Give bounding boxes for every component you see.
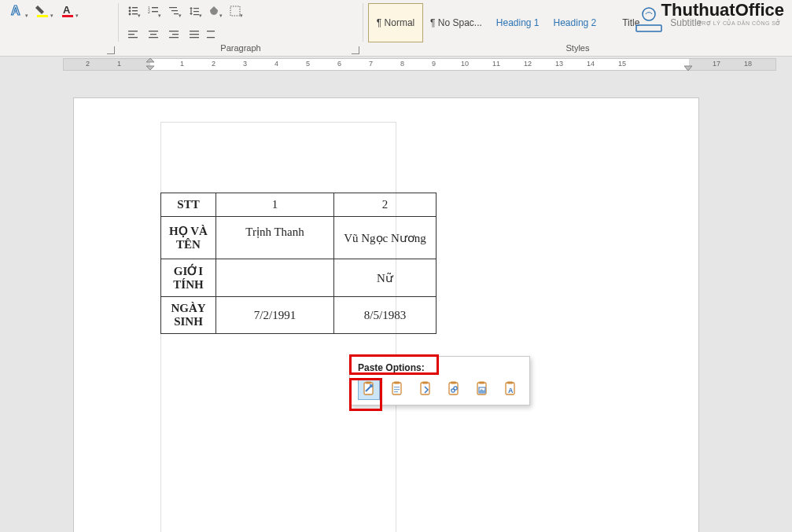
ruler-tick: 1 [117, 60, 121, 68]
style-heading1[interactable]: Heading 1 [489, 3, 547, 42]
paragraph-group: 12 [119, 0, 363, 56]
align-right-button[interactable] [164, 25, 183, 44]
table-row[interactable]: NGÀY SINH 7/2/1991 8/5/1983 [161, 297, 437, 334]
cell[interactable]: 8/5/1983 [334, 297, 437, 334]
cell[interactable]: 7/2/1991 [216, 297, 334, 334]
ruler-tick: 12 [524, 60, 532, 68]
style-no-spacing[interactable]: ¶ No Spac... [423, 3, 489, 42]
align-left-button[interactable] [123, 25, 142, 44]
ruler-tick: 2 [86, 60, 90, 68]
cell[interactable]: 1 [216, 193, 334, 217]
dialog-launcher-icon[interactable] [107, 46, 115, 54]
dialog-launcher-icon[interactable] [352, 46, 359, 54]
ruler-tick: 18 [744, 60, 752, 68]
style-normal[interactable]: ¶ Normal [368, 3, 423, 42]
bullets-button[interactable] [123, 2, 142, 20]
table-row[interactable]: GIỚI TÍNH Nữ [161, 259, 437, 297]
align-center-button[interactable] [144, 25, 163, 44]
shading-button[interactable] [205, 2, 224, 20]
svg-rect-36 [207, 37, 215, 38]
paste-text-only-button[interactable]: A [499, 378, 521, 400]
paragraph-spacing-button[interactable] [205, 25, 216, 44]
svg-rect-33 [190, 34, 199, 35]
text-effects-button[interactable]: A [5, 2, 30, 20]
svg-point-6 [129, 10, 131, 13]
svg-text:A: A [63, 4, 71, 16]
svg-rect-24 [128, 34, 134, 35]
cell[interactable]: Trịnh Thanh [216, 217, 334, 259]
justify-button[interactable] [185, 25, 204, 44]
svg-rect-45 [394, 382, 400, 384]
svg-rect-18 [193, 8, 199, 9]
ruler-tick: 6 [337, 60, 341, 68]
paste-options-title: Paste Options: [355, 360, 525, 378]
cell[interactable]: 2 [334, 193, 437, 217]
svg-rect-11 [152, 7, 158, 8]
svg-marker-40 [146, 66, 154, 70]
paste-merge-formatting-button[interactable] [386, 378, 408, 400]
svg-rect-1 [37, 15, 48, 17]
style-heading2[interactable]: Heading 2 [547, 3, 604, 42]
svg-marker-39 [146, 58, 154, 62]
document-page[interactable]: STT 1 2 HỌ VÀ TÊN Trịnh Thanh Vũ Ngọc Nư… [73, 97, 699, 532]
cell[interactable]: Nữ [334, 259, 437, 297]
cell[interactable]: Vũ Ngọc Nương [334, 217, 437, 259]
ruler-tick: 5 [306, 60, 310, 68]
ruler-tick: 13 [555, 60, 563, 68]
svg-rect-32 [190, 31, 199, 31]
line-spacing-button[interactable] [185, 2, 204, 20]
font-color-button[interactable]: A [55, 2, 80, 20]
svg-point-8 [129, 13, 131, 16]
paste-link-button[interactable] [443, 378, 465, 400]
svg-text:2: 2 [148, 9, 150, 14]
paste-picture-button[interactable] [471, 378, 493, 400]
svg-rect-29 [169, 31, 179, 31]
svg-text:A: A [508, 387, 514, 394]
paste-options-popup: Paste Options: A [349, 356, 530, 405]
svg-rect-35 [207, 31, 215, 31]
cell-header[interactable]: HỌ VÀ TÊN [161, 217, 216, 259]
svg-rect-37 [636, 25, 661, 31]
table-row[interactable]: HỌ VÀ TÊN Trịnh Thanh Vũ Ngọc Nương [161, 217, 437, 259]
cell-header[interactable]: STT [161, 193, 216, 217]
svg-rect-25 [128, 37, 138, 38]
svg-rect-27 [150, 34, 157, 35]
ruler-tick: 10 [461, 60, 469, 68]
cell-header[interactable]: GIỚI TÍNH [161, 259, 216, 297]
ruler-tick: 11 [492, 60, 500, 68]
indent-marker-icon[interactable] [146, 58, 155, 72]
svg-rect-5 [132, 7, 138, 8]
svg-rect-48 [394, 391, 398, 392]
ruler-tick: 4 [274, 60, 278, 68]
svg-rect-7 [132, 10, 138, 11]
highlight-color-button[interactable] [30, 2, 55, 20]
watermark-text: ThuthuatOffice [661, 0, 784, 20]
cell[interactable] [216, 259, 334, 297]
table-row[interactable]: STT 1 2 [161, 193, 437, 217]
font-group: A A [0, 0, 118, 56]
paste-keep-source-formatting-button[interactable] [358, 378, 380, 400]
svg-rect-22 [230, 6, 240, 16]
svg-rect-13 [152, 11, 158, 12]
svg-rect-14 [169, 7, 177, 8]
svg-rect-17 [190, 8, 191, 14]
document-workspace: STT 1 2 HỌ VÀ TÊN Trịnh Thanh Vũ Ngọc Nư… [0, 72, 792, 532]
svg-rect-21 [230, 6, 240, 16]
ribbon: A A 12 [0, 0, 792, 57]
multilevel-list-button[interactable] [164, 2, 183, 20]
ruler-tick: 17 [713, 60, 720, 68]
paste-use-destination-styles-button[interactable] [414, 378, 437, 400]
watermark-subtext: TRỢ LÝ CỦA DÂN CÔNG SỞ [698, 20, 781, 27]
font-group-label [0, 42, 118, 56]
data-table[interactable]: STT 1 2 HỌ VÀ TÊN Trịnh Thanh Vũ Ngọc Nư… [160, 193, 437, 334]
svg-marker-41 [684, 66, 692, 71]
borders-button[interactable] [226, 2, 245, 20]
svg-rect-50 [422, 382, 428, 384]
horizontal-ruler[interactable]: 2 1 1 2 3 4 5 6 7 8 9 10 11 12 13 14 15 … [63, 58, 776, 71]
cell-header[interactable]: NGÀY SINH [161, 297, 216, 334]
svg-rect-20 [193, 14, 199, 15]
svg-rect-19 [193, 11, 199, 12]
numbering-button[interactable]: 12 [144, 2, 163, 20]
ruler-tick: 2 [212, 60, 215, 68]
ruler-tick: 8 [400, 60, 404, 68]
